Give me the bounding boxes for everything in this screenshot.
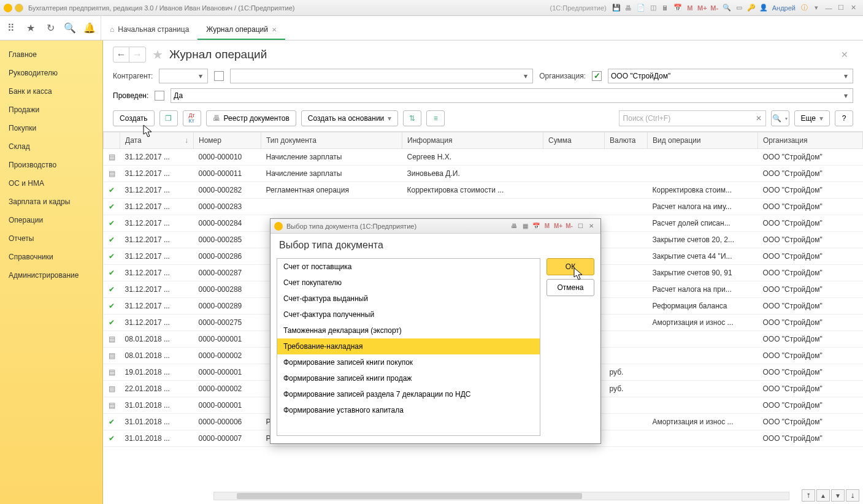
clear-search-icon[interactable]: ✕ bbox=[756, 114, 762, 123]
sidebar-item-10[interactable]: Отчеты bbox=[0, 229, 102, 248]
doc-type-item[interactable]: Требование-накладная bbox=[277, 338, 540, 354]
nav-down-button[interactable]: ▼ bbox=[831, 489, 845, 502]
doc-type-item[interactable]: Формирование записей книги продаж bbox=[277, 370, 540, 386]
print-icon[interactable]: 🖶 bbox=[623, 2, 634, 13]
tab-journal[interactable]: Журнал операций ✕ bbox=[198, 19, 285, 40]
sidebar-item-0[interactable]: Главное bbox=[0, 45, 102, 64]
tab-close-icon[interactable]: ✕ bbox=[272, 26, 277, 33]
nav-bottom-button[interactable]: ⤓ bbox=[846, 489, 859, 502]
table-row[interactable]: ✔ 31.12.2017 ... 0000-000283 Расчет нало… bbox=[104, 199, 863, 215]
user-icon[interactable]: 👤 bbox=[758, 2, 769, 13]
doc-type-item[interactable]: Формирование уставного капитала bbox=[277, 402, 540, 418]
key-icon[interactable]: 🔑 bbox=[746, 2, 757, 13]
help-button[interactable]: ? bbox=[835, 110, 853, 126]
sidebar-item-11[interactable]: Справочники bbox=[0, 248, 102, 266]
panel-icon[interactable]: ▭ bbox=[734, 2, 745, 13]
zoom-icon[interactable]: 🔍 bbox=[721, 2, 732, 13]
nav-up-button[interactable]: ▲ bbox=[816, 489, 830, 502]
nav-top-button[interactable]: ⤒ bbox=[802, 489, 815, 502]
org-checkbox[interactable] bbox=[592, 71, 602, 81]
doc-type-item[interactable]: Счет от поставщика bbox=[277, 259, 540, 275]
sidebar-item-3[interactable]: Продажи bbox=[0, 101, 102, 119]
horizontal-scrollbar[interactable] bbox=[213, 492, 789, 500]
list-button[interactable]: ≡ bbox=[426, 110, 445, 126]
user-name[interactable]: Андрей bbox=[772, 4, 796, 12]
sidebar-item-6[interactable]: Производство bbox=[0, 156, 102, 174]
favorite-star-icon[interactable]: ★ bbox=[152, 47, 163, 62]
doc-type-item[interactable]: Счет-фактура полученный bbox=[277, 307, 540, 323]
org-select[interactable]: ООО "СтройДом" ▾ bbox=[608, 69, 853, 83]
create-button[interactable]: Создать bbox=[113, 110, 155, 126]
compare-icon[interactable]: ◫ bbox=[648, 2, 659, 13]
calc-icon[interactable]: ▦ bbox=[520, 221, 530, 231]
close-icon[interactable]: ✕ bbox=[586, 221, 596, 231]
posted-checkbox[interactable] bbox=[155, 91, 164, 101]
close-icon[interactable]: ✕ bbox=[848, 2, 859, 13]
doc-type-item[interactable]: Счет покупателю bbox=[277, 275, 540, 291]
doc-type-item[interactable]: Формирование записей книги покупок bbox=[277, 354, 540, 370]
sidebar-item-7[interactable]: ОС и НМА bbox=[0, 174, 102, 193]
calc-icon[interactable]: 🖩 bbox=[660, 2, 671, 13]
dtkt-button[interactable]: ДтКт bbox=[183, 110, 201, 126]
caret-down-icon[interactable]: ▾ bbox=[811, 2, 822, 13]
maximize-icon[interactable]: ☐ bbox=[575, 221, 585, 231]
sidebar-item-5[interactable]: Склад bbox=[0, 137, 102, 156]
m-minus-label[interactable]: M- bbox=[709, 2, 720, 13]
star-icon[interactable]: ★ bbox=[25, 22, 37, 34]
col-header[interactable]: Номер bbox=[194, 132, 261, 149]
save-icon[interactable]: 💾 bbox=[611, 2, 622, 13]
col-header[interactable]: Валюта bbox=[605, 132, 648, 149]
col-header[interactable]: Вид операции bbox=[648, 132, 758, 149]
col-header[interactable]: Сумма bbox=[543, 132, 605, 149]
m-label[interactable]: M bbox=[685, 2, 696, 13]
apps-icon[interactable]: ⠿ bbox=[5, 22, 17, 34]
doc-icon[interactable]: 📄 bbox=[635, 2, 646, 13]
related-button[interactable]: ⇅ bbox=[403, 110, 421, 126]
search-button[interactable]: 🔍▾ bbox=[771, 110, 789, 126]
copy-button[interactable]: ❐ bbox=[159, 110, 178, 126]
table-row[interactable]: ▤ 31.12.2017 ... 0000-000010 Начисление … bbox=[104, 149, 863, 166]
table-row[interactable]: ✔ 31.12.2017 ... 0000-000282 Регламентна… bbox=[104, 182, 863, 199]
posted-select[interactable]: Да ▾ bbox=[171, 88, 853, 103]
info-icon[interactable]: ⓘ bbox=[799, 2, 810, 13]
table-row[interactable]: ▤ 31.12.2017 ... 0000-000011 Начисление … bbox=[104, 166, 863, 182]
bell-icon[interactable]: 🔔 bbox=[83, 22, 96, 34]
forward-button[interactable]: → bbox=[129, 47, 145, 62]
m-plus-label[interactable]: M+ bbox=[697, 2, 708, 13]
create-based-button[interactable]: Создать на основании▾ bbox=[301, 110, 399, 126]
minimize-icon[interactable]: — bbox=[823, 2, 834, 13]
sidebar-item-1[interactable]: Руководителю bbox=[0, 64, 102, 82]
counterparty-select[interactable]: ▾ bbox=[159, 69, 208, 83]
doc-type-list[interactable]: Счет от поставщикаСчет покупателюСчет-фа… bbox=[277, 258, 540, 436]
doc-type-item[interactable]: Счет-фактура выданный bbox=[277, 291, 540, 307]
back-button[interactable]: ← bbox=[113, 47, 129, 62]
sidebar-item-12[interactable]: Администрирование bbox=[0, 266, 102, 284]
cancel-button[interactable]: Отмена bbox=[547, 279, 594, 296]
sidebar-item-9[interactable]: Операции bbox=[0, 211, 102, 229]
history-icon[interactable]: ↻ bbox=[44, 22, 56, 34]
col-header[interactable]: Тип документа bbox=[261, 132, 402, 149]
m-minus-label[interactable]: M- bbox=[564, 221, 574, 231]
sidebar-item-2[interactable]: Банк и касса bbox=[0, 82, 102, 101]
col-status[interactable] bbox=[104, 132, 120, 149]
m-label[interactable]: M bbox=[542, 221, 552, 231]
ok-button[interactable]: ОК bbox=[547, 258, 594, 275]
calendar-icon[interactable]: 📅 bbox=[672, 2, 683, 13]
registry-button[interactable]: 🖶Реестр документов bbox=[206, 110, 296, 126]
page-close-icon[interactable]: ✕ bbox=[836, 50, 853, 59]
sidebar-item-4[interactable]: Покупки bbox=[0, 119, 102, 137]
doc-type-item[interactable]: Формирование записей раздела 7 деклараци… bbox=[277, 386, 540, 402]
calendar-icon[interactable]: 📅 bbox=[531, 221, 541, 231]
m-plus-label[interactable]: M+ bbox=[553, 221, 563, 231]
print-icon[interactable]: 🖶 bbox=[509, 221, 519, 231]
doc-type-item[interactable]: Таможенная декларация (экспорт) bbox=[277, 323, 540, 338]
more-button[interactable]: Еще▾ bbox=[794, 110, 830, 126]
col-header[interactable]: Дата ↓ bbox=[120, 132, 194, 149]
counterparty-value-select[interactable]: ▾ bbox=[230, 69, 533, 83]
col-header[interactable]: Информация bbox=[402, 132, 543, 149]
search-input[interactable]: Поиск (Ctrl+F) ✕ bbox=[619, 110, 766, 126]
counterparty-checkbox[interactable] bbox=[214, 71, 224, 81]
tab-home[interactable]: ⌂ Начальная страница bbox=[101, 19, 198, 40]
sidebar-item-8[interactable]: Зарплата и кадры bbox=[0, 193, 102, 211]
search-icon[interactable]: 🔍 bbox=[64, 22, 76, 34]
